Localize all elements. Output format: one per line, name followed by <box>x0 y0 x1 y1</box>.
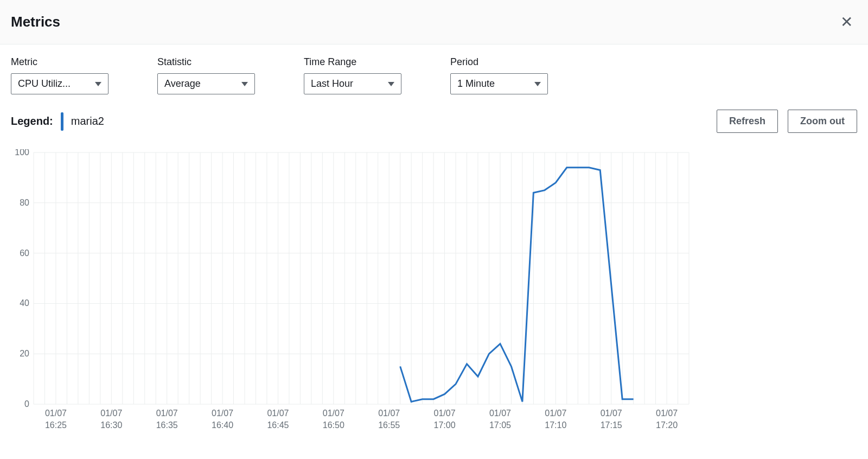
chart-area: 02040608010001/0716:2501/0716:3001/0716:… <box>0 133 868 448</box>
caret-down-icon <box>95 82 101 86</box>
y-tick: 80 <box>20 198 29 207</box>
caret-down-icon <box>388 82 394 86</box>
x-tick-time: 17:00 <box>434 420 456 430</box>
legend-swatch <box>61 112 63 131</box>
statistic-control: Statistic Average <box>157 56 255 94</box>
header: Metrics ✕ <box>0 0 868 44</box>
y-tick: 0 <box>24 399 29 409</box>
metrics-chart[interactable]: 02040608010001/0716:2501/0716:3001/0716:… <box>11 149 694 437</box>
x-tick-time: 16:25 <box>45 420 67 430</box>
statistic-value: Average <box>164 78 201 90</box>
x-tick-time: 17:10 <box>545 420 566 430</box>
period-control: Period 1 Minute <box>450 56 548 94</box>
timerange-value: Last Hour <box>311 78 353 90</box>
controls-row: Metric CPU Utiliz... Statistic Average T… <box>0 44 868 94</box>
x-tick-date: 01/07 <box>434 409 456 418</box>
refresh-button[interactable]: Refresh <box>717 110 778 133</box>
y-tick: 20 <box>20 349 29 358</box>
x-tick-time: 16:40 <box>212 420 233 430</box>
caret-down-icon <box>241 82 248 86</box>
metric-dropdown[interactable]: CPU Utiliz... <box>11 73 108 94</box>
close-button[interactable]: ✕ <box>836 11 857 33</box>
x-tick-time: 16:50 <box>323 420 344 430</box>
period-label: Period <box>450 56 548 68</box>
timerange-control: Time Range Last Hour <box>304 56 401 94</box>
page-title: Metrics <box>11 14 60 30</box>
period-value: 1 Minute <box>457 78 495 90</box>
caret-down-icon <box>534 82 541 86</box>
y-tick: 100 <box>15 149 29 157</box>
legend: Legend: maria2 <box>11 112 104 131</box>
close-icon: ✕ <box>840 14 853 30</box>
timerange-dropdown[interactable]: Last Hour <box>304 73 401 94</box>
action-buttons: Refresh Zoom out <box>717 110 857 133</box>
x-tick-time: 16:45 <box>267 420 289 430</box>
metric-value: CPU Utiliz... <box>18 78 71 90</box>
legend-row: Legend: maria2 Refresh Zoom out <box>0 94 868 133</box>
statistic-dropdown[interactable]: Average <box>157 73 255 94</box>
period-dropdown[interactable]: 1 Minute <box>450 73 548 94</box>
x-tick-date: 01/07 <box>323 409 344 418</box>
x-tick-date: 01/07 <box>489 409 511 418</box>
x-tick-date: 01/07 <box>601 409 622 418</box>
x-tick-time: 17:05 <box>489 420 511 430</box>
metric-label: Metric <box>11 56 108 68</box>
x-tick-date: 01/07 <box>267 409 289 418</box>
timerange-label: Time Range <box>304 56 401 68</box>
x-tick-date: 01/07 <box>100 409 122 418</box>
y-tick: 40 <box>20 298 29 308</box>
statistic-label: Statistic <box>157 56 255 68</box>
x-tick-date: 01/07 <box>156 409 178 418</box>
y-tick: 60 <box>20 248 29 258</box>
metric-control: Metric CPU Utiliz... <box>11 56 108 94</box>
x-tick-time: 17:15 <box>601 420 622 430</box>
x-tick-date: 01/07 <box>545 409 566 418</box>
x-tick-time: 16:30 <box>100 420 122 430</box>
x-tick-date: 01/07 <box>212 409 233 418</box>
legend-series-name: maria2 <box>71 115 104 127</box>
zoom-out-button[interactable]: Zoom out <box>788 110 857 133</box>
x-tick-time: 16:35 <box>156 420 178 430</box>
legend-label: Legend: <box>11 115 53 127</box>
x-tick-date: 01/07 <box>656 409 678 418</box>
x-tick-time: 17:20 <box>656 420 678 430</box>
x-tick-date: 01/07 <box>45 409 67 418</box>
x-tick-time: 16:55 <box>378 420 400 430</box>
x-tick-date: 01/07 <box>378 409 400 418</box>
